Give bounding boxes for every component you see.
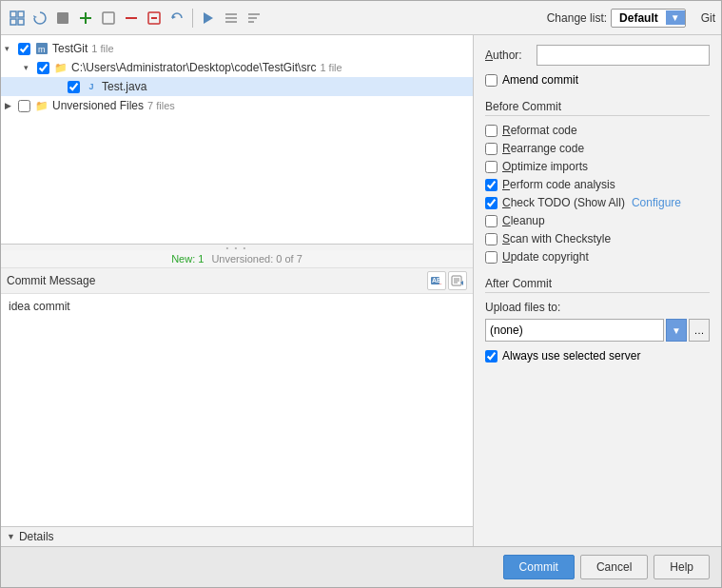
- toolbar-icon-remove[interactable]: [121, 8, 142, 29]
- java-file-icon: J: [84, 79, 99, 94]
- perform-analysis-checkbox[interactable]: [485, 179, 498, 191]
- update-copyright-label: Update copyright: [502, 250, 589, 264]
- svg-marker-12: [172, 15, 176, 19]
- author-label: Author:: [485, 49, 531, 62]
- rearrange-checkbox[interactable]: [485, 143, 498, 155]
- help-button[interactable]: Help: [654, 555, 710, 579]
- cancel-button[interactable]: Cancel: [580, 555, 648, 579]
- toolbar-icon-3[interactable]: [52, 8, 73, 29]
- always-use-row: Always use selected server: [485, 349, 710, 363]
- toolbar-icon-2[interactable]: [29, 8, 50, 29]
- svg-rect-5: [57, 12, 68, 24]
- toolbar-icon-1[interactable]: [7, 8, 28, 29]
- tree-label-testgit: TestGit: [52, 42, 88, 55]
- tree-checkbox-unversioned[interactable]: [18, 100, 30, 112]
- svg-marker-4: [33, 15, 37, 18]
- upload-files-label: Upload files to:: [485, 301, 710, 314]
- svg-rect-3: [18, 19, 24, 25]
- tree-checkbox-src[interactable]: [37, 62, 49, 74]
- changelist-label: Change list:: [547, 11, 607, 25]
- module-icon: m: [34, 41, 49, 56]
- commit-button[interactable]: Commit: [503, 555, 575, 579]
- upload-dropdown[interactable]: (none): [485, 319, 664, 342]
- tree-item-testjava[interactable]: J Test.java: [1, 77, 473, 96]
- cleanup-row: Cleanup: [485, 214, 710, 227]
- left-panel: ▾ m TestGit 1 file ▾ 📁 C:\Users\Administ…: [1, 35, 474, 546]
- reformat-row: Reformat code: [485, 124, 710, 137]
- commit-message-header: Commit Message ABC ~: [1, 268, 473, 294]
- right-panel: Author: Amend commit Before Commit Refor…: [474, 35, 721, 546]
- rearrange-row: Rearrange code: [485, 142, 710, 155]
- status-bar: New: 1 Unversioned: 0 of 7: [1, 250, 473, 268]
- after-commit-title: After Commit: [485, 277, 710, 293]
- svg-marker-13: [204, 12, 213, 24]
- rearrange-label: Rearrange code: [502, 142, 584, 155]
- tree-checkbox-testjava[interactable]: [68, 81, 80, 93]
- status-new: New: 1: [171, 253, 204, 265]
- tree-item-unversioned[interactable]: ▶ 📁 Unversioned Files 7 files: [1, 96, 473, 115]
- details-section[interactable]: ▼ Details: [1, 526, 473, 546]
- upload-browse-btn[interactable]: …: [689, 319, 710, 342]
- unversioned-folder-icon: 📁: [34, 98, 49, 113]
- check-todo-label: Check TODO (Show All): [502, 196, 625, 209]
- scan-checkstyle-checkbox[interactable]: [485, 233, 498, 245]
- reformat-label: Reformat code: [502, 124, 577, 137]
- toolbar: Change list: Default ▼ Git: [1, 1, 721, 35]
- before-commit-title: Before Commit: [485, 100, 710, 116]
- before-commit-section: Before Commit Reformat code Rearrange co…: [485, 100, 710, 264]
- svg-rect-0: [10, 11, 16, 17]
- tree-item-testgit[interactable]: ▾ m TestGit 1 file: [1, 39, 473, 58]
- update-copyright-row: Update copyright: [485, 250, 710, 264]
- toolbar-icon-add[interactable]: [75, 8, 96, 29]
- check-todo-checkbox[interactable]: [485, 197, 498, 209]
- configure-link[interactable]: Configure: [632, 196, 681, 209]
- commit-message-label: Commit Message: [7, 274, 95, 287]
- upload-row: (none) ▼ …: [485, 319, 710, 342]
- svg-rect-2: [10, 19, 16, 25]
- changelist-arrow-icon[interactable]: ▼: [666, 10, 685, 25]
- scan-checkstyle-row: Scan with Checkstyle: [485, 232, 710, 245]
- reformat-checkbox[interactable]: [485, 125, 498, 137]
- update-copyright-checkbox[interactable]: [485, 251, 498, 264]
- amend-checkbox[interactable]: [485, 74, 498, 87]
- spell-check-icon[interactable]: ABC ~: [427, 271, 446, 290]
- main-content: ▾ m TestGit 1 file ▾ 📁 C:\Users\Administ…: [1, 35, 721, 546]
- toolbar-icon-run[interactable]: [198, 8, 219, 29]
- git-label: Git: [701, 11, 715, 25]
- toolbar-icon-menu[interactable]: [221, 8, 242, 29]
- toolbar-icon-undo[interactable]: [166, 8, 187, 29]
- tree-arrow-src: ▾: [24, 63, 35, 72]
- changelist-dropdown[interactable]: Default ▼: [611, 9, 686, 28]
- bottom-bar: Commit Cancel Help: [1, 546, 721, 587]
- tree-count-testgit: 1 file: [91, 43, 113, 54]
- optimize-checkbox[interactable]: [485, 161, 498, 173]
- amend-row: Amend commit: [485, 73, 710, 87]
- perform-analysis-row: Perform code analysis: [485, 178, 710, 191]
- commit-template-icon[interactable]: [448, 271, 467, 290]
- file-tree: ▾ m TestGit 1 file ▾ 📁 C:\Users\Administ…: [1, 35, 473, 245]
- folder-icon: 📁: [53, 60, 68, 75]
- details-label: Details: [19, 530, 54, 543]
- tree-item-src[interactable]: ▾ 📁 C:\Users\Administrator\Desktop\code\…: [1, 58, 473, 77]
- toolbar-icon-5[interactable]: [98, 8, 119, 29]
- status-unversioned: Unversioned: 0 of 7: [211, 253, 302, 265]
- always-use-label: Always use selected server: [502, 349, 640, 363]
- toolbar-icon-7[interactable]: [144, 8, 165, 29]
- git-section: Author: Amend commit: [485, 45, 710, 87]
- check-todo-row: Check TODO (Show All) Configure: [485, 196, 710, 209]
- svg-rect-8: [103, 12, 114, 24]
- author-input[interactable]: [537, 45, 710, 66]
- tree-count-src: 1 file: [320, 62, 341, 73]
- commit-message-input[interactable]: idea commit: [1, 294, 473, 526]
- upload-dropdown-arrow[interactable]: ▼: [666, 319, 687, 342]
- scan-checkstyle-label: Scan with Checkstyle: [502, 232, 611, 245]
- changelist-row: Change list: Default ▼ Git: [547, 9, 715, 28]
- svg-text:m: m: [38, 45, 46, 54]
- tree-checkbox-testgit[interactable]: [18, 43, 30, 55]
- changelist-value: Default: [612, 10, 666, 27]
- perform-analysis-label: Perform code analysis: [502, 178, 615, 191]
- optimize-row: Optimize imports: [485, 160, 710, 173]
- toolbar-icon-sort[interactable]: [244, 8, 264, 29]
- cleanup-checkbox[interactable]: [485, 215, 498, 227]
- always-use-checkbox[interactable]: [485, 350, 498, 363]
